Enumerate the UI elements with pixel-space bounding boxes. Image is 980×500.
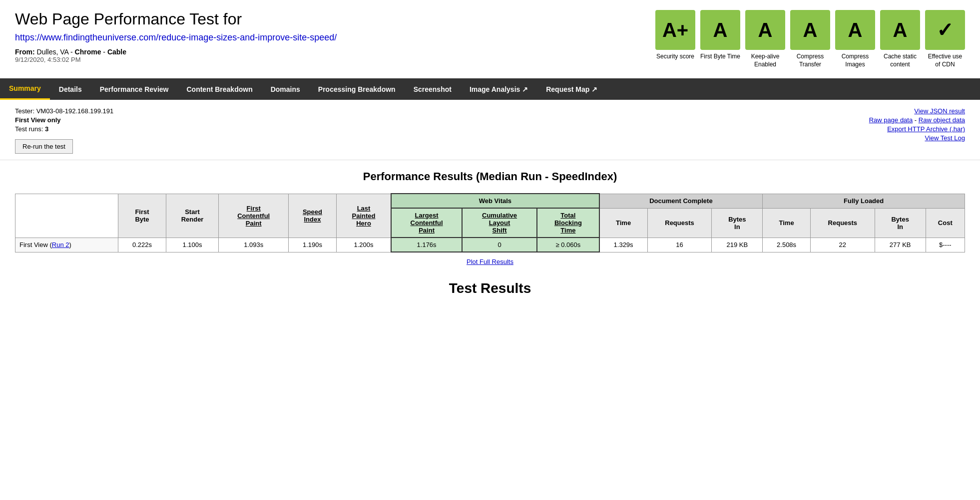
tester-value: VM03-08-192.168.199.191 — [36, 107, 114, 115]
th-tbt: TotalBlockingTime — [537, 208, 599, 238]
th-web-vitals: Web Vitals — [391, 194, 599, 208]
raw-separator: - — [915, 116, 919, 124]
th-doc-complete: Document Complete — [599, 194, 763, 208]
page-url[interactable]: https://www.findingtheuniverse.com/reduc… — [15, 32, 655, 43]
view-test-log-link[interactable]: View Test Log — [925, 134, 965, 142]
full-bytes-val: 277 KB — [875, 238, 926, 252]
grade-label-security: Security score — [656, 53, 694, 61]
grade-box-cdn: ✓ — [925, 10, 965, 50]
rerun-button[interactable]: Re-run the test — [15, 139, 73, 154]
table-row: First View (Run 2) 0.222s 1.100s 1.093s … — [15, 238, 965, 252]
th-si-header: SpeedIndex — [289, 194, 337, 238]
run-link[interactable]: Run 2 — [52, 241, 69, 249]
th-empty-2: FirstByte — [118, 194, 166, 238]
grade-label-keep-alive: Keep-alive Enabled — [745, 53, 785, 68]
first-view-label: First View only — [15, 116, 61, 124]
nav-bar: SummaryDetailsPerformance ReviewContent … — [0, 78, 980, 100]
view-json-link[interactable]: View JSON result — [914, 107, 965, 115]
grade-label-cache-static: Cache static content — [880, 53, 920, 68]
tester-line: Tester: VM03-08-192.168.199.191 — [15, 107, 113, 115]
header-date: 9/12/2020, 4:53:02 PM — [15, 56, 655, 63]
test-results-title: Test Results — [15, 280, 965, 296]
th-doc-req: Requests — [647, 208, 712, 238]
grade-card-cache-static: ACache static content — [880, 10, 920, 68]
grade-card-compress-transfer: ACompress Transfer — [790, 10, 830, 68]
page-title: Web Page Performance Test for — [15, 10, 655, 28]
grade-card-compress-images: ACompress Images — [835, 10, 875, 68]
table-group-header-row: FirstByte StartRender FirstContentfulPai… — [15, 194, 965, 208]
nav-item-image-analysis[interactable]: Image Analysis ↗ — [461, 79, 537, 99]
nav-item-request-map[interactable]: Request Map ↗ — [537, 79, 606, 99]
th-full-bytes: BytesIn — [875, 208, 926, 238]
test-runs-value: 3 — [45, 125, 48, 133]
plot-link-container: Plot Full Results — [15, 257, 965, 265]
tester-label: Tester: — [15, 107, 34, 115]
full-time-val: 2.508s — [763, 238, 811, 252]
test-runs-label: Test runs: — [15, 125, 43, 133]
raw-object-link[interactable]: Raw object data — [919, 116, 965, 124]
full-req-val: 22 — [810, 238, 875, 252]
doc-time-val: 1.329s — [599, 238, 647, 252]
speed-index-val: 1.190s — [289, 238, 337, 252]
doc-bytes-val: 219 KB — [712, 238, 763, 252]
main-content: Performance Results (Median Run - SpeedI… — [0, 160, 980, 306]
header-left: Web Page Performance Test for https://ww… — [15, 10, 655, 63]
doc-req-val: 16 — [647, 238, 712, 252]
th-empty-1 — [15, 194, 118, 238]
grade-label-cdn: Effective use of CDN — [925, 53, 965, 68]
th-empty-3: StartRender — [166, 194, 218, 238]
export-http-link[interactable]: Export HTTP Archive (.har) — [887, 125, 965, 133]
view-json-line: View JSON result — [869, 107, 965, 115]
th-full-time: Time — [763, 208, 811, 238]
info-right: View JSON result Raw page data - Raw obj… — [869, 106, 965, 143]
from-label: From: — [15, 48, 35, 56]
grade-box-keep-alive: A — [745, 10, 785, 50]
grade-label-compress-images: Compress Images — [835, 53, 875, 68]
cost-val: $---- — [926, 238, 965, 252]
start-render-val: 1.100s — [166, 238, 218, 252]
raw-page-link[interactable]: Raw page data — [869, 116, 913, 124]
test-runs-line: Test runs: 3 — [15, 125, 113, 133]
th-lcp: LargestContentfulPaint — [391, 208, 462, 238]
cls-val: 0 — [462, 238, 537, 252]
nav-item-processing-breakdown[interactable]: Processing Breakdown — [309, 79, 405, 99]
info-left: Tester: VM03-08-192.168.199.191 First Vi… — [15, 106, 113, 154]
nav-item-domains[interactable]: Domains — [262, 79, 309, 99]
header-from: From: Dulles, VA - Chrome - Cable — [15, 48, 655, 56]
grade-card-first-byte: AFirst Byte Time — [700, 10, 740, 61]
info-section: Tester: VM03-08-192.168.199.191 First Vi… — [0, 100, 980, 160]
th-cls: CumulativeLayoutShift — [462, 208, 537, 238]
grade-card-security: A+Security score — [655, 10, 695, 61]
grade-label-first-byte: First Byte Time — [700, 53, 740, 61]
first-byte-val: 0.222s — [118, 238, 166, 252]
th-full-req: Requests — [810, 208, 875, 238]
performance-table: FirstByte StartRender FirstContentfulPai… — [15, 193, 965, 252]
nav-item-details[interactable]: Details — [50, 79, 91, 99]
lcp-val: 1.176s — [391, 238, 462, 252]
first-view-line: First View only — [15, 116, 113, 124]
row-label: First View (Run 2) — [15, 238, 118, 252]
fcp-val: 1.093s — [219, 238, 289, 252]
grade-label-compress-transfer: Compress Transfer — [790, 53, 830, 68]
plot-full-results-link[interactable]: Plot Full Results — [467, 258, 513, 265]
grade-box-cache-static: A — [880, 10, 920, 50]
nav-item-summary[interactable]: Summary — [0, 78, 50, 100]
th-doc-bytes: BytesIn — [712, 208, 763, 238]
grade-cards: A+Security scoreAFirst Byte TimeAKeep-al… — [655, 10, 965, 68]
th-fcp-header: FirstContentfulPaint — [219, 194, 289, 238]
grade-box-security: A+ — [655, 10, 695, 50]
results-title: Performance Results (Median Run - SpeedI… — [15, 170, 965, 183]
export-line: Export HTTP Archive (.har) — [869, 125, 965, 133]
nav-item-screenshot[interactable]: Screenshot — [405, 79, 461, 99]
th-doc-time: Time — [599, 208, 647, 238]
grade-box-first-byte: A — [700, 10, 740, 50]
tbt-val: ≥ 0.060s — [537, 238, 599, 252]
grade-box-compress-images: A — [835, 10, 875, 50]
th-lph-header: LastPaintedHero — [336, 194, 391, 238]
nav-item-content-breakdown[interactable]: Content Breakdown — [177, 79, 261, 99]
grade-box-compress-transfer: A — [790, 10, 830, 50]
last-painted-val: 1.200s — [336, 238, 391, 252]
from-value: Dulles, VA - Chrome - Cable — [37, 48, 126, 56]
nav-item-performance-review[interactable]: Performance Review — [91, 79, 178, 99]
grade-card-cdn: ✓Effective use of CDN — [925, 10, 965, 68]
